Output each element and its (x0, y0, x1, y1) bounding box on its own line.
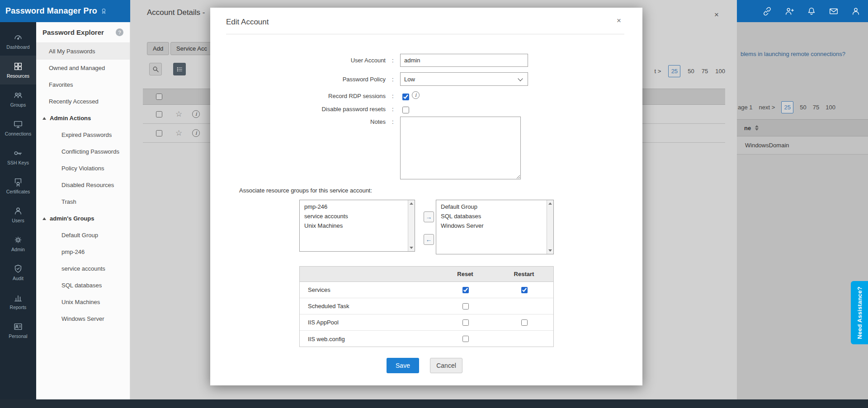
background-table-cell: WindowsDomain (737, 136, 868, 155)
select-all-checkbox[interactable] (156, 94, 162, 100)
background-pagination: age 1 next > 25 50 75 100 (738, 101, 835, 113)
save-button[interactable]: Save (387, 358, 419, 373)
sidebar-item-groups[interactable]: Groups (0, 84, 36, 113)
explorer-item-conflicting-passwords[interactable]: Conflicting Passwords (36, 143, 130, 160)
move-right-button[interactable]: → (424, 211, 434, 222)
explorer-item-trash[interactable]: Trash (36, 193, 130, 210)
sidebar-item-resources[interactable]: Resources (0, 56, 36, 84)
close-icon[interactable]: × (614, 16, 624, 26)
sort-arrows-icon[interactable] (755, 125, 759, 131)
list-view-button[interactable] (173, 63, 186, 75)
sidebar-item-dashboard[interactable]: Dashboard (0, 27, 36, 56)
remote-connections-help-link[interactable]: blems in launching remote connections? (741, 51, 845, 57)
explorer-item-expired-passwords[interactable]: Expired Passwords (36, 127, 130, 143)
link-icon[interactable] (762, 6, 772, 16)
services-restart-checkbox[interactable] (521, 287, 528, 293)
cancel-button[interactable]: Cancel (430, 358, 462, 373)
explorer-item-policy-violations[interactable]: Policy Violations (36, 160, 130, 177)
user-icon[interactable] (851, 6, 861, 16)
page-size-75[interactable]: 75 (702, 68, 708, 75)
disable-resets-checkbox[interactable] (402, 107, 409, 113)
listbox-option[interactable]: Default Group (436, 202, 546, 211)
explorer-item-disabled-resources[interactable]: Disabled Resources (36, 177, 130, 193)
explorer-item-recently-accessed[interactable]: Recently Accessed (36, 93, 130, 110)
sidebar-item-audit[interactable]: Audit (0, 258, 36, 287)
scroll-down-icon[interactable] (410, 247, 413, 249)
bell-icon[interactable] (807, 6, 816, 16)
iis-webconfig-reset-checkbox[interactable] (462, 336, 469, 342)
bar-chart-icon (13, 293, 23, 303)
scroll-up-icon[interactable] (410, 202, 413, 205)
scroll-down-icon[interactable] (548, 249, 552, 252)
collapse-caret-icon (42, 217, 46, 220)
notes-label: Notes (210, 118, 386, 125)
iis-apppool-reset-checkbox[interactable] (462, 319, 469, 326)
user-account-field[interactable] (400, 54, 528, 67)
notes-textarea[interactable] (400, 117, 521, 179)
services-reset-checkbox[interactable] (462, 287, 469, 293)
favorite-star-icon[interactable]: ☆ (175, 110, 182, 118)
listbox-option[interactable]: Windows Server (436, 221, 546, 230)
page-size-100[interactable]: 100 (826, 104, 835, 111)
need-assistance-tab[interactable]: Need Assistance? (851, 281, 868, 344)
scrollbar[interactable] (547, 200, 553, 254)
next-link[interactable]: next > (759, 104, 775, 111)
move-left-button[interactable]: ← (424, 234, 434, 245)
explorer-item-unix-machines[interactable]: Unix Machines (36, 294, 130, 310)
info-icon[interactable]: i (192, 110, 200, 118)
sidebar-item-certificates[interactable]: Certificates (0, 171, 36, 200)
info-icon[interactable]: i (192, 129, 200, 137)
listbox-option[interactable]: SQL databases (436, 211, 546, 221)
background-column-header[interactable]: ne (737, 119, 868, 136)
page-size-50[interactable]: 50 (688, 68, 694, 75)
listbox-option[interactable]: service accounts (300, 211, 407, 221)
reset-restart-table: Reset Restart Services Scheduled Task II… (299, 266, 554, 347)
explorer-item-windows-server[interactable]: Windows Server (36, 310, 130, 327)
explorer-item-sql-databases[interactable]: SQL databases (36, 277, 130, 294)
search-button[interactable] (149, 63, 162, 75)
selected-groups-listbox[interactable]: Default Group SQL databases Windows Serv… (436, 200, 554, 254)
personal-card-icon (13, 322, 23, 332)
sidebar-item-connections[interactable]: Connections (0, 113, 36, 142)
explorer-item-owned-and-managed[interactable]: Owned and Managed (36, 60, 130, 76)
scroll-up-icon[interactable] (548, 202, 552, 205)
scheduled-task-reset-checkbox[interactable] (462, 303, 469, 310)
close-icon[interactable]: × (712, 10, 722, 20)
sidebar-item-admin[interactable]: Admin (0, 229, 36, 258)
password-policy-select[interactable]: Low (401, 73, 528, 85)
info-icon[interactable]: i (412, 91, 420, 99)
iis-apppool-restart-checkbox[interactable] (521, 319, 528, 326)
explorer-item-default-group[interactable]: Default Group (36, 227, 130, 244)
page-size-25[interactable]: 25 (781, 101, 793, 113)
sidebar-item-reports[interactable]: Reports (0, 287, 36, 316)
add-user-icon[interactable] (784, 6, 794, 16)
available-groups-listbox[interactable]: pmp-246 service accounts Unix Machines (299, 200, 415, 252)
next-link[interactable]: t > (655, 68, 661, 75)
add-button[interactable]: Add (147, 42, 169, 55)
page-size-25[interactable]: 25 (668, 65, 680, 77)
row-checkbox[interactable] (156, 111, 162, 117)
page-size-100[interactable]: 100 (715, 68, 725, 75)
mail-icon[interactable] (829, 6, 839, 16)
app-logo: Password Manager Pro (5, 0, 107, 22)
divider (226, 34, 624, 34)
listbox-option[interactable]: pmp-246 (300, 202, 407, 211)
listbox-option[interactable]: Unix Machines (300, 221, 407, 230)
page-size-75[interactable]: 75 (813, 104, 819, 111)
scrollbar[interactable] (408, 200, 415, 251)
sidebar-item-ssh-keys[interactable]: SSH Keys (0, 142, 36, 171)
sidebar-item-users[interactable]: Users (0, 200, 36, 229)
explorer-item-service-accounts[interactable]: service accounts (36, 260, 130, 277)
explorer-item-favorites[interactable]: Favorites (36, 76, 130, 93)
explorer-item-all-my-passwords[interactable]: All My Passwords (36, 43, 130, 60)
explorer-item-pmp-246[interactable]: pmp-246 (36, 244, 130, 260)
row-checkbox[interactable] (156, 130, 162, 136)
explorer-group-admin-actions[interactable]: Admin Actions (36, 110, 130, 127)
record-rdp-checkbox[interactable] (402, 94, 409, 100)
explorer-group-admins-groups[interactable]: admin's Groups (36, 210, 130, 227)
favorite-star-icon[interactable]: ☆ (175, 129, 182, 137)
help-icon[interactable]: ? (116, 28, 123, 36)
sidebar-item-personal[interactable]: Personal (0, 316, 36, 345)
page-size-50[interactable]: 50 (800, 104, 806, 111)
row-label: Scheduled Task (300, 303, 436, 310)
